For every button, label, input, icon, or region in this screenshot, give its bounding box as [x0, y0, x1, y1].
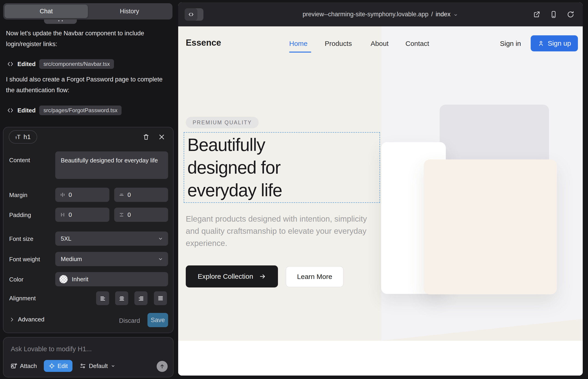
color-value: Inherit [72, 276, 88, 283]
assistant-message: Now let's update the Navbar component to… [6, 28, 167, 49]
font-weight-value: Medium [61, 255, 82, 263]
font-size-label: Font size [9, 235, 33, 242]
preview-topbar: preview--charming-site-symphony.lovable.… [178, 2, 583, 26]
tab-history-label: History [120, 8, 139, 15]
edited-file-row[interactable]: Edited src/pages/ForgotPassword.tsx [7, 106, 122, 115]
target-icon [48, 363, 55, 369]
font-weight-select[interactable]: Medium [55, 252, 168, 266]
site-logo[interactable]: Essence [186, 38, 221, 48]
site-canvas: Essence Home Products About Contact Sign… [178, 26, 583, 376]
url-page: index [436, 11, 451, 18]
padding-x-input[interactable]: 0 [55, 208, 109, 222]
advanced-toggle[interactable]: Advanced [9, 316, 45, 323]
edited-label: Edited [17, 61, 35, 68]
url-separator: / [431, 11, 433, 18]
hero-heading-line: designed for [187, 156, 380, 179]
margin-label: Margin [9, 191, 27, 199]
nav-home[interactable]: Home [289, 40, 308, 47]
margin-x-value: 0 [69, 191, 72, 198]
chat-composer: Ask Lovable to modify H1... Attach Edit … [3, 337, 174, 377]
file-chip[interactable]: src/pages/ForgotPassword.tsx [39, 106, 122, 115]
color-swatch-transparent [59, 275, 68, 283]
section-below-hero [178, 341, 583, 376]
file-chip[interactable]: src/components/Navbar.tsx [39, 59, 114, 69]
code-icon [7, 107, 14, 114]
tab-history[interactable]: History [88, 5, 171, 18]
chevron-down-icon [157, 236, 164, 242]
align-justify-button[interactable] [154, 291, 167, 305]
edited-file-row[interactable]: Edited src/components/Navbar.tsx [7, 59, 114, 69]
scrolled-button-remnant [44, 19, 77, 24]
margin-horizontal-icon [60, 192, 65, 198]
learn-more-label: Learn More [297, 273, 332, 281]
font-weight-label: Font weight [9, 256, 40, 263]
open-external-button[interactable] [533, 11, 541, 18]
model-selector[interactable]: Default [79, 363, 116, 370]
padding-y-value: 0 [127, 211, 131, 218]
hero-paragraph: Elegant products designed with intention… [186, 213, 369, 249]
nav-contact[interactable]: Contact [405, 40, 429, 47]
attach-label: Attach [20, 363, 37, 370]
nav-about[interactable]: About [371, 40, 388, 47]
selected-element-pill[interactable]: тT h1 [9, 130, 37, 144]
font-size-select[interactable]: 5XL [55, 232, 168, 246]
padding-y-input[interactable]: 0 [114, 208, 168, 222]
assistant-message: I should also create a Forgot Password p… [6, 74, 167, 96]
align-right-button[interactable] [134, 291, 147, 305]
font-size-value: 5XL [61, 235, 71, 242]
send-button[interactable] [157, 361, 168, 372]
align-center-button[interactable] [115, 291, 128, 305]
sign-up-button[interactable]: Sign up [531, 35, 578, 51]
padding-x-value: 0 [69, 211, 72, 218]
delete-element-button[interactable] [141, 132, 151, 142]
preview-window: preview--charming-site-symphony.lovable.… [178, 2, 583, 376]
tab-chat[interactable]: Chat [5, 5, 88, 18]
margin-x-input[interactable]: 0 [55, 188, 109, 202]
alignment-label: Alignment [9, 295, 36, 302]
composer-input[interactable]: Ask Lovable to modify H1... [11, 345, 92, 353]
color-label: Color [9, 276, 23, 283]
padding-horizontal-icon [60, 212, 65, 218]
edited-label: Edited [17, 107, 35, 114]
refresh-button[interactable] [567, 11, 574, 18]
margin-vertical-icon [119, 192, 124, 198]
edit-label: Edit [58, 363, 68, 370]
hero-heading: Beautifully designed for everyday life [187, 134, 380, 202]
discard-button[interactable]: Discard [119, 317, 140, 324]
edit-mode-button[interactable]: Edit [44, 360, 73, 372]
url-bar[interactable]: preview--charming-site-symphony.lovable.… [178, 2, 583, 26]
attach-button[interactable]: Attach [10, 363, 37, 370]
decorative-card-cream [424, 159, 557, 294]
align-left-button[interactable] [96, 291, 109, 305]
chat-panel: Chat History Now let's update the Navbar… [0, 0, 178, 379]
selected-h1-outline[interactable]: Beautifully designed for everyday life [184, 132, 380, 203]
sliders-icon [79, 363, 86, 369]
nav-products[interactable]: Products [325, 40, 352, 47]
margin-y-value: 0 [127, 191, 131, 198]
tab-chat-label: Chat [40, 8, 53, 15]
hero-heading-line: everyday life [187, 179, 380, 202]
learn-more-button[interactable]: Learn More [286, 266, 343, 287]
mobile-view-button[interactable] [550, 11, 557, 18]
save-button[interactable]: Save [147, 313, 168, 327]
color-select[interactable]: Inherit [55, 272, 168, 286]
url-host: preview--charming-site-symphony.lovable.… [303, 11, 429, 18]
element-editor-panel: тT h1 Content Beautifully designed for e… [3, 127, 174, 333]
content-input[interactable]: Beautifully designed for everyday life [55, 151, 168, 179]
chevron-down-icon [110, 363, 116, 368]
arrow-right-icon [259, 273, 266, 280]
explore-collection-button[interactable]: Explore Collection [186, 266, 278, 287]
chevron-right-icon [9, 317, 15, 322]
margin-y-input[interactable]: 0 [114, 188, 168, 202]
padding-label: Padding [9, 211, 31, 219]
padding-vertical-icon [119, 212, 124, 218]
nav-active-underline [289, 52, 311, 52]
hero-heading-line: Beautifully [187, 134, 380, 156]
sign-up-label: Sign up [548, 39, 571, 47]
sign-in-link[interactable]: Sign in [500, 40, 521, 47]
chat-history-tabs: Chat History [3, 3, 172, 19]
close-panel-button[interactable] [157, 132, 166, 142]
advanced-label: Advanced [18, 316, 45, 323]
code-icon [7, 61, 14, 67]
premium-quality-badge: PREMIUM QUALITY [186, 117, 259, 128]
